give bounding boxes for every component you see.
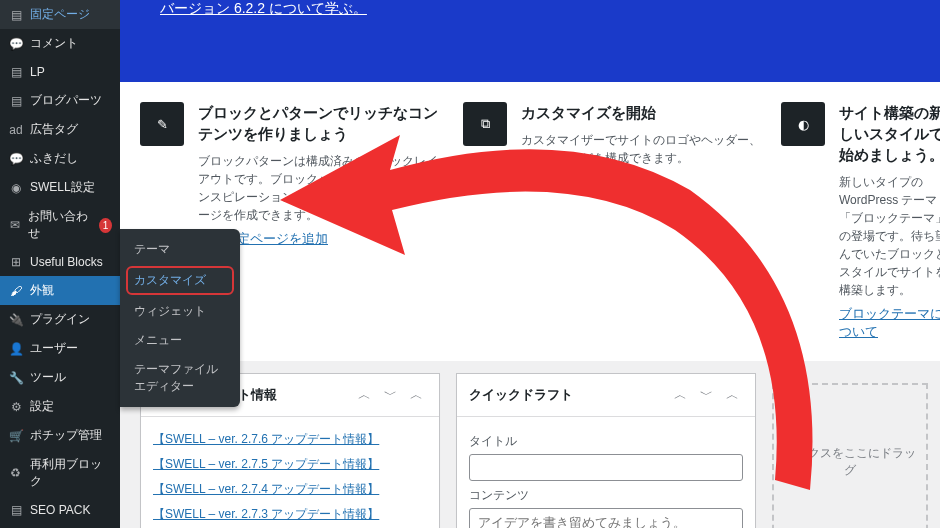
card-title: ブロックとパターンでリッチなコンテンツを作りましょう [198, 102, 445, 144]
title-label: タイトル [469, 433, 743, 450]
sidebar-item-comment[interactable]: 💬コメント [0, 29, 120, 58]
update-link[interactable]: 【SWELL – ver. 2.7.3 アップデート情報】 [153, 507, 379, 521]
quickdraft-panel: クイックドラフト ︿ ﹀ ︿ タイトル コンテンツ 下書き保存 [456, 373, 756, 528]
submenu-item[interactable]: テーマ [120, 235, 240, 264]
update-item: 【SWELL – ver. 2.7.5 アップデート情報】 [153, 452, 427, 477]
admin-sidebar: ▤固定ページ💬コメント▤LP▤ブログパーツad広告タグ💬ふきだし◉SWELL設定… [0, 0, 120, 528]
page-icon: ▤ [8, 7, 24, 23]
sidebar-item-cart[interactable]: 🛒ポチップ管理 [0, 421, 120, 450]
page-icon: ▤ [8, 64, 24, 80]
panel-up-icon[interactable]: ︿ [669, 384, 691, 406]
main-content: バージョン 6.2.2 について学ぶ。 ✎ブロックとパターンでリッチなコンテンツ… [120, 0, 940, 528]
sidebar-item-page[interactable]: ▤LP [0, 58, 120, 86]
dashboard: 📌アップデート情報 ︿ ﹀ ︿ 【SWELL – ver. 2.7.6 アップデ… [120, 361, 940, 528]
sidebar-item-swell[interactable]: ◉SWELL設定 [0, 173, 120, 202]
blocks-icon: ⊞ [8, 254, 24, 270]
ad-icon: ad [8, 122, 24, 138]
sidebar-item-plugin[interactable]: 🔌プラグイン [0, 305, 120, 334]
content-label: コンテンツ [469, 487, 743, 504]
sidebar-item-page[interactable]: ▤SEO PACK [0, 496, 120, 524]
sidebar-label: SWELL設定 [30, 179, 95, 196]
sidebar-label: ふきだし [30, 150, 78, 167]
reuse-icon: ♻ [8, 465, 24, 481]
sidebar-item-settings[interactable]: ⚙設定 [0, 392, 120, 421]
card-desc: ブロックパターンは構成済みのブロックレイアウトです。ブロックパターンを使用してイ… [198, 152, 445, 224]
submenu-item[interactable]: テーマファイルエディター [120, 355, 240, 401]
version-link[interactable]: バージョン 6.2.2 について学ぶ。 [160, 0, 367, 18]
submenu-item[interactable]: カスタマイズ [126, 266, 234, 295]
page-icon: ▤ [8, 93, 24, 109]
sidebar-item-tool[interactable]: 🔧ツール [0, 363, 120, 392]
card-title: カスタマイズを開始 [521, 102, 763, 123]
cart-icon: 🛒 [8, 428, 24, 444]
card-desc: 新しいタイプの WordPress テーマ「ブロックテーマ」の登場です。待ち望ん… [839, 173, 940, 299]
card-desc: カスタマイザーでサイトのロゴやヘッダー、メニューなどを構成できます。 [521, 131, 763, 167]
sidebar-label: 外観 [30, 282, 54, 299]
card-link[interactable]: カスタマイザーを開く [521, 174, 651, 189]
update-item: 【SWELL – ver. 2.7.4 アップデート情報】 [153, 477, 427, 502]
sidebar-item-mail[interactable]: ✉お問い合わせ1 [0, 202, 120, 248]
panel-toggle-icon[interactable]: ︿ [721, 384, 743, 406]
sidebar-item-blocks[interactable]: ⊞Useful Blocks [0, 248, 120, 276]
panel-toggle-icon[interactable]: ︿ [405, 384, 427, 406]
mail-icon: ✉ [8, 217, 22, 233]
welcome-cards: ✎ブロックとパターンでリッチなコンテンツを作りましょうブロックパターンは構成済み… [120, 82, 940, 361]
sidebar-label: お問い合わせ [28, 208, 90, 242]
panel-title: クイックドラフト [469, 386, 573, 404]
sidebar-label: コメント [30, 35, 78, 52]
sidebar-label: LP [30, 65, 45, 79]
sidebar-item-page[interactable]: ▤ブログパーツ [0, 86, 120, 115]
update-item: 【SWELL – ver. 2.7.3 アップデート情報】 [153, 502, 427, 527]
comment-icon: 💬 [8, 36, 24, 52]
draft-title-input[interactable] [469, 454, 743, 481]
sidebar-label: 再利用ブロック [30, 456, 112, 490]
update-link[interactable]: 【SWELL – ver. 2.7.5 アップデート情報】 [153, 457, 379, 471]
welcome-card: ⧉カスタマイズを開始カスタマイザーでサイトのロゴやヘッダー、メニューなどを構成で… [463, 102, 763, 341]
sidebar-label: 広告タグ [30, 121, 78, 138]
sidebar-item-brush[interactable]: 🖌外観 [0, 276, 120, 305]
card-title: サイト構築の新しいスタイルで始めましょう。 [839, 102, 940, 165]
swell-icon: ◉ [8, 180, 24, 196]
submenu-item[interactable]: ウィジェット [120, 297, 240, 326]
update-link[interactable]: 【SWELL – ver. 2.7.4 アップデート情報】 [153, 482, 379, 496]
sidebar-item-ad[interactable]: ad広告タグ [0, 115, 120, 144]
panel-down-icon[interactable]: ﹀ [379, 384, 401, 406]
panel-up-icon[interactable]: ︿ [353, 384, 375, 406]
sidebar-item-page[interactable]: ▤固定ページ [0, 0, 120, 29]
submenu-item[interactable]: メニュー [120, 326, 240, 355]
page-icon: ▤ [8, 502, 24, 518]
sidebar-label: ツール [30, 369, 66, 386]
card-icon: ⧉ [463, 102, 507, 146]
panel-down-icon[interactable]: ﹀ [695, 384, 717, 406]
welcome-card: ◐サイト構築の新しいスタイルで始めましょう。新しいタイプの WordPress … [781, 102, 940, 341]
sidebar-label: 固定ページ [30, 6, 90, 23]
sidebar-label: ポチップ管理 [30, 427, 102, 444]
update-item: 【SWELL – ver. 2.7.6 アップデート情報】 [153, 427, 427, 452]
sidebar-label: SEO PACK [30, 503, 90, 517]
sidebar-item-user[interactable]: 👤ユーザー [0, 334, 120, 363]
user-icon: 👤 [8, 341, 24, 357]
sidebar-item-reuse[interactable]: ♻再利用ブロック [0, 450, 120, 496]
dashboard-col-right: ボックスをここにドラッグ [772, 373, 928, 528]
tool-icon: 🔧 [8, 370, 24, 386]
dashboard-col-mid: クイックドラフト ︿ ﹀ ︿ タイトル コンテンツ 下書き保存 [456, 373, 756, 528]
sidebar-label: ユーザー [30, 340, 78, 357]
bubble-icon: 💬 [8, 151, 24, 167]
update-link[interactable]: 【SWELL – ver. 2.7.6 アップデート情報】 [153, 432, 379, 446]
dropzone[interactable]: ボックスをここにドラッグ [772, 383, 928, 528]
sidebar-label: 設定 [30, 398, 54, 415]
sidebar-item-bubble[interactable]: 💬ふきだし [0, 144, 120, 173]
sidebar-label: プラグイン [30, 311, 90, 328]
appearance-submenu: テーマカスタマイズウィジェットメニューテーマファイルエディター [120, 229, 240, 407]
sidebar-item-link[interactable]: 🔗リンクチェッカー [0, 524, 120, 528]
draft-content-input[interactable] [469, 508, 743, 528]
card-icon: ◐ [781, 102, 825, 146]
settings-icon: ⚙ [8, 399, 24, 415]
card-icon: ✎ [140, 102, 184, 146]
brush-icon: 🖌 [8, 283, 24, 299]
plugin-icon: 🔌 [8, 312, 24, 328]
sidebar-label: Useful Blocks [30, 255, 103, 269]
notification-badge: 1 [99, 218, 112, 233]
version-banner: バージョン 6.2.2 について学ぶ。 [120, 0, 940, 82]
card-link[interactable]: ブロックテーマについて [839, 306, 940, 339]
